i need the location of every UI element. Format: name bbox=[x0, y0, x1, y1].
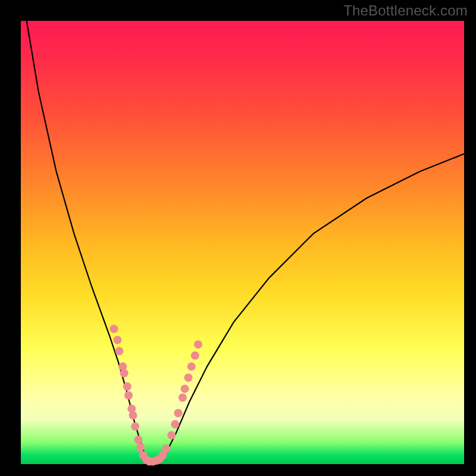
sample-dot bbox=[174, 409, 183, 417]
sample-dot bbox=[120, 369, 129, 377]
sample-dot bbox=[187, 362, 196, 371]
bottleneck-curve bbox=[27, 21, 464, 462]
sample-dot bbox=[194, 340, 202, 349]
chart-frame: TheBottleneck.com bbox=[0, 0, 476, 476]
sample-dot bbox=[167, 431, 176, 440]
sample-dot bbox=[109, 325, 118, 333]
sample-dot bbox=[131, 422, 139, 431]
sample-dot bbox=[184, 374, 193, 382]
dot-cluster bbox=[109, 325, 202, 466]
sample-dot bbox=[115, 347, 123, 355]
sample-dot bbox=[124, 392, 133, 400]
curve-svg bbox=[21, 21, 464, 464]
sample-dot bbox=[181, 384, 189, 393]
sample-dot bbox=[136, 443, 145, 452]
sample-dot bbox=[178, 393, 187, 402]
sample-dot bbox=[162, 444, 170, 453]
plot-area bbox=[21, 21, 464, 464]
sample-dot bbox=[191, 352, 199, 360]
sample-dot bbox=[134, 436, 142, 444]
sample-dot bbox=[113, 336, 121, 344]
watermark-text: TheBottleneck.com bbox=[343, 2, 468, 19]
sample-dot bbox=[171, 420, 179, 428]
sample-dot bbox=[123, 383, 131, 391]
sample-dot bbox=[129, 411, 137, 419]
